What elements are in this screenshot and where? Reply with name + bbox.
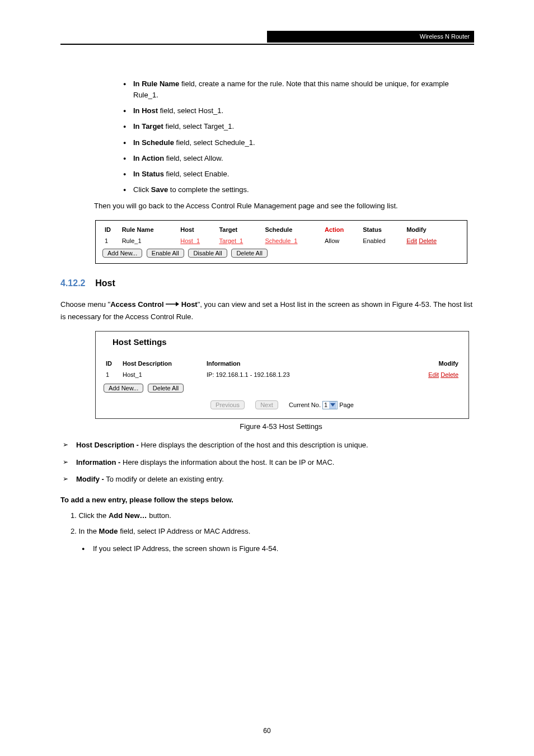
step-target: In Target field, select Target_1.: [111, 121, 474, 132]
cell-rule-name: Rule_1: [120, 234, 179, 245]
tail: To modify or delete an existing entry.: [104, 475, 224, 483]
page-content: In Rule Name field, create a name for th…: [60, 78, 474, 555]
schedule-link[interactable]: Schedule_1: [265, 237, 297, 244]
cell-status: Enabled: [360, 234, 404, 245]
host-link[interactable]: Host_1: [180, 237, 200, 244]
step-schedule: In Schedule field, select Schedule_1.: [111, 137, 474, 148]
hcol-info: Information: [204, 358, 416, 369]
s2b: Mode: [99, 527, 118, 535]
section-title: Host: [95, 278, 115, 288]
step-action: In Action field, select Allow.: [111, 153, 474, 164]
col-id: ID: [102, 225, 120, 234]
tail: field, select Target_1.: [163, 122, 234, 130]
add-entry-heading: To add a new entry, please follow the st…: [60, 494, 474, 506]
label: Host Description -: [76, 441, 139, 449]
s2a: 2. In the: [71, 527, 99, 535]
page-select[interactable]: 1: [322, 401, 338, 409]
s1c: button.: [147, 511, 171, 520]
host-table-header-row: ID Host Description Information Modify: [104, 358, 461, 369]
label: In Action: [133, 154, 164, 162]
label: Click: [133, 185, 151, 194]
col-rule-name: Rule Name: [120, 225, 179, 234]
target-link[interactable]: Target_1: [219, 237, 243, 244]
header-bar: Wireless N Router: [267, 31, 474, 43]
step-save: Click Save to complete the settings.: [111, 184, 474, 195]
col-status: Status: [360, 225, 404, 234]
col-action: Action: [322, 225, 360, 234]
label: In Status: [133, 170, 164, 178]
intro-1: Choose menu ": [60, 300, 110, 309]
hcell-id: 1: [104, 369, 120, 380]
host-edit-link[interactable]: Edit: [428, 371, 439, 378]
label: Information -: [76, 458, 120, 466]
tail: field, create a name for the rule. Note …: [133, 80, 449, 99]
tail: field, select Host_1.: [158, 106, 223, 115]
next-button: Next: [255, 400, 278, 409]
host-table-row: 1 Host_1 IP: 192.168.1.1 - 192.168.1.23 …: [104, 369, 461, 380]
numbered-steps-list: In Rule Name field, create a name for th…: [111, 78, 474, 195]
host-delete-link[interactable]: Delete: [441, 371, 458, 378]
page-value: 1: [324, 402, 327, 408]
col-modify: Modify: [404, 225, 460, 234]
host-table: ID Host Description Information Modify 1…: [104, 358, 461, 380]
label: In Rule Name: [133, 80, 179, 88]
hcol-modify: Modify: [416, 358, 461, 369]
chevron-down-icon[interactable]: [329, 402, 336, 409]
hcell-info: IP: 192.168.1.1 - 192.168.1.23: [204, 369, 416, 380]
enable-all-button[interactable]: Enable All: [147, 249, 184, 258]
step-host: In Host field, select Host_1.: [111, 105, 474, 116]
section-intro: Choose menu "Access Control Host", you c…: [60, 298, 474, 323]
label: In Host: [133, 106, 158, 115]
rule-table-header-row: ID Rule Name Host Target Schedule Action…: [102, 225, 460, 234]
hcell-desc: Host_1: [120, 369, 204, 380]
hcol-id: ID: [104, 358, 120, 369]
svg-marker-1: [176, 302, 179, 306]
step-status: In Status field, select Enable.: [111, 169, 474, 180]
save-bold: Save: [151, 185, 168, 194]
tail: Here displays the description of the hos…: [139, 441, 368, 449]
add-entry-step1: 1. Click the Add New… button.: [71, 510, 474, 522]
tail: field, select Enable.: [164, 170, 229, 178]
arrow-icon: [166, 300, 181, 309]
s1a: 1. Click the: [71, 511, 109, 520]
delete-link[interactable]: Delete: [419, 237, 437, 244]
tail2: to complete the settings.: [168, 185, 249, 194]
s1b: Add New…: [109, 511, 147, 520]
host-add-new-button[interactable]: Add New...: [104, 384, 143, 393]
intro-bold1: Access Control: [110, 300, 163, 309]
add-entry-step2: 2. In the Mode field, select IP Address …: [71, 525, 474, 538]
svg-marker-2: [330, 403, 335, 407]
current-label: Current No.: [289, 402, 321, 408]
section-number: 4.12.2: [60, 278, 85, 288]
tail: field, select Allow.: [164, 154, 223, 162]
then-line: Then you will go back to the Access Cont…: [94, 200, 474, 212]
figure-host-settings: Host Settings ID Host Description Inform…: [95, 331, 469, 419]
intro-bold2: Host: [181, 300, 198, 309]
desc-host-description: Host Description - Here displays the des…: [60, 440, 474, 451]
rule-table: ID Rule Name Host Target Schedule Action…: [102, 225, 460, 245]
page-label: Page: [339, 402, 354, 408]
tail: Here displays the information about the …: [120, 458, 334, 466]
host-delete-all-button[interactable]: Delete All: [148, 384, 184, 393]
s2c: field, select IP Address or MAC Address.: [118, 527, 251, 535]
figure-rule-list: ID Rule Name Host Target Schedule Action…: [95, 220, 467, 264]
mode-ip-address: If you select IP Address, the screen sho…: [79, 543, 474, 555]
desc-modify: Modify - To modify or delete an existing…: [60, 474, 474, 485]
edit-link[interactable]: Edit: [406, 237, 417, 244]
top-separator: [60, 44, 474, 45]
add-new-button[interactable]: Add New...: [102, 249, 142, 258]
previous-button: Previous: [210, 400, 245, 409]
field-description-list: Host Description - Here displays the des…: [60, 440, 474, 484]
col-host: Host: [178, 225, 217, 234]
desc-information: Information - Here displays the informat…: [60, 457, 474, 468]
mode-sublist: If you select IP Address, the screen sho…: [79, 543, 474, 555]
rule-table-row: 1 Rule_1 Host_1 Target_1 Schedule_1 Allo…: [102, 234, 460, 245]
disable-all-button[interactable]: Disable All: [188, 249, 227, 258]
delete-all-button[interactable]: Delete All: [231, 249, 267, 258]
cell-action: Allow: [322, 234, 360, 245]
host-settings-title: Host Settings: [113, 337, 167, 347]
label: In Target: [133, 122, 163, 130]
tail: field, select Schedule_1.: [174, 138, 255, 147]
col-target: Target: [217, 225, 263, 234]
cell-id: 1: [102, 234, 120, 245]
